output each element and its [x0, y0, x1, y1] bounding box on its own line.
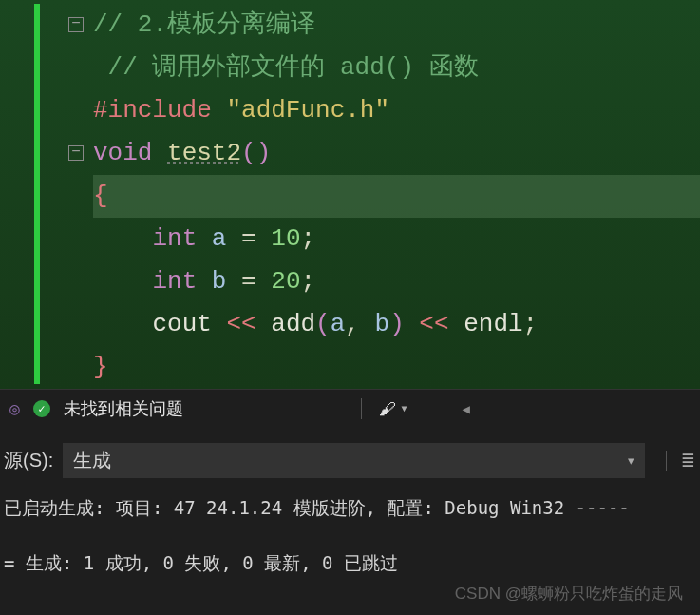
keyword-void: void [93, 139, 152, 167]
divider [361, 398, 362, 419]
include-file: "addFunc.h" [226, 96, 389, 125]
keyword-int: int [152, 267, 197, 296]
call-add: add [271, 310, 315, 338]
status-bar: ◎ ✓ 未找到相关问题 🖌 ▼ ◀ [0, 389, 700, 428]
output-line: = 生成: 1 成功, 0 失败, 0 最新, 0 已跳过 [4, 552, 398, 573]
output-source-value: 生成 [73, 448, 111, 473]
fold-icon[interactable]: − [68, 145, 84, 161]
cout: cout [152, 310, 211, 338]
arg-a: a [331, 310, 346, 338]
function-name: test2 [167, 139, 241, 167]
paren: () [241, 139, 271, 167]
include-directive: #include [93, 96, 212, 125]
chevron-down-icon[interactable]: ▼ [402, 404, 407, 414]
wrap-icon[interactable]: ≣ [680, 446, 696, 475]
paren: ) [389, 310, 405, 338]
stream-op: << [226, 310, 255, 338]
status-text: 未找到相关问题 [64, 397, 183, 420]
output-source-select[interactable]: 生成 ▾ [63, 443, 645, 478]
output-source-label: 源(S): [4, 448, 53, 473]
brush-icon[interactable]: 🖌 [379, 399, 396, 419]
paren: ( [315, 310, 331, 338]
chevron-down-icon: ▾ [628, 453, 634, 468]
build-output[interactable]: 已启动生成: 项目: 47 24.1.24 模版进阶, 配置: Debug Wi… [0, 486, 700, 585]
code-comment: // 调用外部文件的 add() 函数 [108, 53, 479, 82]
output-panel: 源(S): 生成 ▾ ≣ 已启动生成: 项目: 47 24.1.24 模版进阶,… [0, 428, 700, 615]
success-icon: ✓ [33, 400, 50, 417]
arg-b: b [375, 310, 390, 338]
var-b: b [212, 267, 227, 296]
stream-op: << [419, 310, 448, 338]
triangle-left-icon[interactable]: ◀ [463, 401, 470, 417]
lightbulb-icon[interactable]: ◎ [9, 398, 20, 419]
watermark: CSDN @螺蛳粉只吃炸蛋的走风 [455, 583, 683, 605]
assign-op: = [241, 224, 256, 253]
close-brace: } [93, 353, 108, 381]
active-line[interactable]: { [93, 175, 700, 218]
literal-20: 20 [271, 267, 300, 296]
code-editor[interactable]: − // 2.模板分离编译 // 调用外部文件的 add() 函数 #inclu… [0, 0, 700, 389]
divider [666, 451, 667, 471]
semicolon: ; [301, 224, 316, 253]
output-line: 已启动生成: 项目: 47 24.1.24 模版进阶, 配置: Debug Wi… [4, 497, 630, 518]
endl: endl [464, 310, 522, 338]
semicolon: ; [301, 267, 316, 296]
code-comment: // 2.模板分离编译 [93, 10, 315, 39]
keyword-int: int [152, 224, 197, 253]
change-indicator [34, 4, 40, 384]
open-brace: { [93, 182, 108, 210]
var-a: a [212, 224, 227, 253]
comma: , [345, 310, 360, 338]
literal-10: 10 [271, 224, 300, 253]
fold-icon[interactable]: − [68, 17, 84, 32]
semicolon: ; [523, 310, 539, 338]
assign-op: = [241, 267, 256, 296]
